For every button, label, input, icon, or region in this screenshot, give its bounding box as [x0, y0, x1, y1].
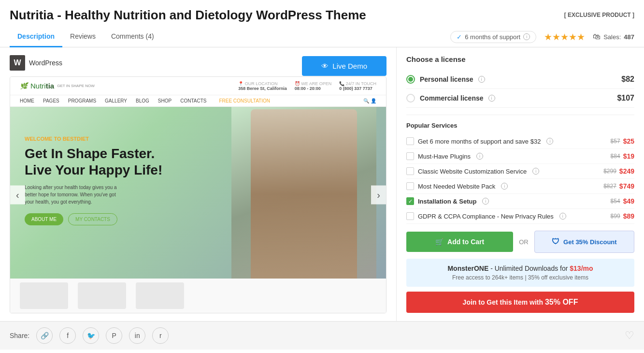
service-row: Classic Website Customization Servicei$2…: [406, 164, 634, 179]
personal-license-name: Personal license: [420, 75, 473, 83]
commercial-license-name: Commercial license: [420, 94, 484, 102]
monster-connector: - Unlimited Downloads for: [490, 265, 570, 272]
support-check-icon: ✓: [457, 33, 462, 41]
live-demo-label: Live Demo: [332, 62, 367, 70]
service-prices-0: $57$25: [611, 137, 634, 145]
tab-description[interactable]: Description: [10, 27, 62, 47]
personal-license-option[interactable]: Personal license i $82: [406, 70, 634, 89]
join-button[interactable]: Join to Get this Item with 35% OFF: [406, 292, 634, 313]
support-text: 6 months of support: [465, 33, 520, 41]
commercial-license-option[interactable]: Commercial license i $107: [406, 89, 634, 108]
support-badge: ✓ 6 months of support i: [450, 31, 536, 43]
monster-brand: MonsterONE: [447, 265, 488, 272]
hero-subtitle: WELCOME TO BESTDIET: [25, 136, 162, 142]
share-twitter-icon[interactable]: 🐦: [83, 327, 99, 344]
share-link-icon[interactable]: 🔗: [36, 327, 53, 344]
service-info-icon-5[interactable]: i: [559, 213, 566, 220]
sales-label: Sales:: [603, 33, 621, 41]
service-prices-2: $299$249: [603, 167, 634, 175]
commercial-license-radio[interactable]: [406, 94, 415, 103]
join-text: Join to Get this Item with: [463, 298, 545, 306]
platform-label: WordPress: [29, 59, 62, 67]
service-checkbox-2[interactable]: [406, 167, 414, 175]
service-name-2: Classic Website Customization Service: [418, 168, 527, 175]
service-checkbox-0[interactable]: [406, 137, 414, 145]
eye-icon: 👁: [321, 62, 329, 70]
services-title: Popular Services: [406, 115, 634, 129]
sales-info: 🛍 Sales: 487: [593, 32, 634, 41]
service-row: ✓Installation & Setupi$54$49: [406, 194, 634, 209]
discount-label: Get 35% Discount: [563, 238, 617, 246]
get-discount-button[interactable]: 🛡 Get 35% Discount: [534, 231, 634, 253]
tab-reviews[interactable]: Reviews: [62, 27, 103, 47]
wordpress-icon: W: [10, 55, 25, 71]
commercial-license-price: $107: [617, 94, 634, 103]
service-prices-1: $84$19: [611, 152, 634, 160]
service-name-5: GDPR & CCPA Compliance - New Privacy Rul…: [418, 213, 554, 220]
service-checkbox-4[interactable]: ✓: [406, 197, 414, 205]
monster-sub: Free access to 264k+ items | 35% off exc…: [414, 274, 627, 281]
add-cart-label: Add to Cart: [447, 238, 484, 246]
share-linkedin-icon[interactable]: in: [129, 327, 145, 344]
preview-container: ‹ › 🌿 Nutritia GET IN SHAPE NOW 📍 OUR LO…: [10, 76, 386, 313]
service-name-4: Installation & Setup: [418, 198, 476, 205]
service-name-3: Most Needed Website Pack: [418, 183, 495, 190]
service-checkbox-5[interactable]: [406, 212, 414, 220]
page-title: Nutritia - Healthy Nutrition and Dietolo…: [10, 8, 366, 22]
monster-one-box: MonsterONE - Unlimited Downloads for $13…: [406, 259, 634, 287]
preview-nav-left[interactable]: ‹: [10, 186, 25, 205]
service-info-icon-2[interactable]: i: [532, 168, 539, 175]
share-bar: Share: 🔗 f 🐦 P in r ♡: [0, 321, 644, 350]
service-info-icon-1[interactable]: i: [476, 153, 483, 160]
service-name-1: Must-Have Plugins: [418, 153, 471, 160]
service-row: Get 6 more months of support and save $3…: [406, 134, 634, 149]
service-checkbox-1[interactable]: [406, 152, 414, 160]
service-checkbox-3[interactable]: [406, 182, 414, 190]
service-prices-3: $827$749: [603, 182, 634, 190]
bag-icon: 🛍: [593, 32, 601, 41]
live-demo-button[interactable]: 👁 Live Demo: [302, 56, 386, 76]
share-pinterest-icon[interactable]: P: [106, 327, 122, 344]
sales-count: 487: [624, 33, 634, 41]
preview-nav-right[interactable]: ›: [371, 186, 386, 205]
share-reddit-icon[interactable]: r: [152, 327, 169, 344]
service-row: Most Needed Website Packi$827$749: [406, 179, 634, 194]
monster-price: $13/mo: [570, 265, 593, 272]
service-row: GDPR & CCPA Compliance - New Privacy Rul…: [406, 209, 634, 224]
join-off: 35% OFF: [545, 298, 578, 306]
my-contacts-button[interactable]: MY CONTACTS: [68, 213, 117, 225]
service-prices-4: $54$49: [611, 197, 634, 205]
service-row: Must-Have Pluginsi$84$19: [406, 149, 634, 164]
commercial-license-info-icon[interactable]: i: [488, 95, 495, 102]
action-row: 🛒 Add to Cart OR 🛡 Get 35% Discount: [406, 231, 634, 253]
favorite-heart-icon[interactable]: ♡: [625, 329, 634, 342]
star-rating: ★★★★★: [544, 31, 585, 43]
hero-title: Get In Shape Faster. Live Your Happy Lif…: [25, 146, 162, 178]
service-prices-5: $99$89: [611, 212, 634, 220]
monster-line: MonsterONE - Unlimited Downloads for $13…: [414, 265, 627, 272]
personal-license-price: $82: [621, 75, 634, 84]
exclusive-badge: [ EXCLUSIVE PRODUCT ]: [564, 12, 634, 18]
cart-icon: 🛒: [435, 238, 444, 246]
hero-desc: Looking after your health today gives yo…: [25, 184, 121, 206]
service-info-icon-0[interactable]: i: [546, 138, 553, 145]
service-info-icon-3[interactable]: i: [501, 183, 508, 190]
personal-license-radio[interactable]: [406, 75, 415, 84]
about-me-button[interactable]: ABOUT ME: [25, 213, 63, 225]
support-info-icon[interactable]: i: [523, 33, 530, 40]
service-name-0: Get 6 more months of support and save $3…: [418, 138, 541, 145]
personal-license-info-icon[interactable]: i: [478, 76, 485, 83]
share-label: Share:: [10, 332, 29, 339]
service-info-icon-4[interactable]: i: [482, 198, 489, 205]
license-section-title: Choose a license: [406, 55, 634, 63]
platform-badge: W WordPress: [10, 55, 62, 71]
shield-icon: 🛡: [552, 237, 559, 246]
website-preview: 🌿 Nutritia GET IN SHAPE NOW 📍 OUR LOCATI…: [10, 77, 386, 313]
tab-comments[interactable]: Comments (4): [103, 27, 162, 47]
add-to-cart-button[interactable]: 🛒 Add to Cart: [406, 232, 513, 252]
or-label: OR: [519, 238, 529, 246]
share-facebook-icon[interactable]: f: [59, 327, 76, 344]
